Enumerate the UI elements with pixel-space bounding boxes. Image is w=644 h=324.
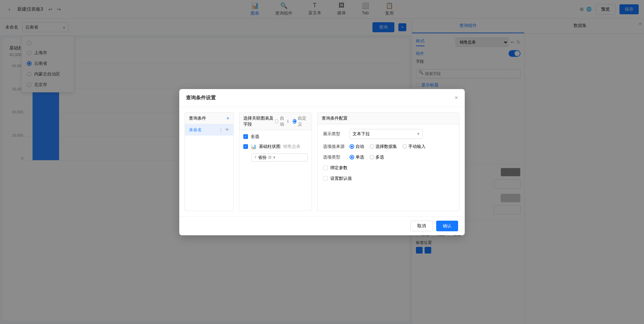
dataset-source-dot — [369, 144, 374, 149]
conditions-panel: 查询条件 + 未命名 ⋮ 👁 — [185, 112, 234, 211]
config-panel: 查询条件配置 展示类型 文本下拉 ▾ 选项值 — [317, 112, 459, 211]
auto-source-label: 自动 — [356, 144, 364, 150]
confirm-button[interactable]: 确认 — [436, 221, 458, 231]
auto-radio-option[interactable]: 自动 ℹ — [275, 115, 289, 127]
modal-header: 查询条件设置 × — [179, 89, 465, 107]
condition-item-label: 未命名 — [189, 127, 202, 133]
field-type-icon: T — [254, 156, 257, 160]
display-type-value: 文本下拉 — [353, 131, 370, 137]
auto-source-dot — [350, 144, 354, 149]
field-tag-label: 省份 — [258, 155, 267, 161]
single-label: 单选 — [356, 154, 364, 160]
all-check-icon — [243, 134, 248, 139]
chart-bar-icon: 📊 — [251, 144, 256, 149]
field-settings-icon[interactable]: ⚙ — [268, 155, 272, 160]
multi-select-radio[interactable]: 多选 — [369, 154, 384, 160]
custom-radio-dot — [293, 119, 297, 124]
chart-entry: 📊 基础柱状图 销售总表 — [243, 142, 308, 151]
display-type-row: 展示类型 文本下拉 ▾ — [323, 129, 454, 139]
select-fields-header: 选择关联图表及字段 自动 ℹ 自定义 — [239, 113, 312, 130]
chart-check-icon — [243, 144, 248, 149]
bind-param-label: 绑定参数 — [330, 165, 348, 171]
select-fields-label: 选择关联图表及字段 — [243, 115, 275, 127]
select-type-row: 选项类型 单选 多选 — [323, 154, 454, 160]
bind-param-cb — [323, 165, 328, 170]
set-default-cb — [323, 176, 328, 181]
modal-title: 查询条件设置 — [186, 95, 216, 101]
add-condition-button[interactable]: + — [226, 115, 229, 121]
single-select-radio[interactable]: 单选 — [350, 154, 364, 160]
select-all-checkbox[interactable]: 全选 — [243, 134, 308, 140]
display-type-label: 展示类型 — [323, 131, 350, 137]
modal-close-button[interactable]: × — [454, 94, 458, 101]
field-tag-province[interactable]: T 省份 ⚙ ▾ — [251, 154, 308, 162]
custom-radio-label: 自定义 — [298, 115, 308, 127]
value-source-row: 选项值来源 自动 选择数据集 — [323, 144, 454, 150]
manual-source-label: 手动输入 — [408, 144, 426, 150]
conditions-label: 查询条件 — [189, 115, 206, 121]
info-icon[interactable]: ℹ — [287, 119, 289, 124]
config-panel-body: 展示类型 文本下拉 ▾ 选项值来源 — [318, 124, 459, 191]
field-tag-container: T 省份 ⚙ ▾ — [251, 154, 308, 162]
conditions-header: 查询条件 + — [185, 113, 233, 124]
multi-label: 多选 — [375, 154, 384, 160]
auto-radio-dot — [275, 119, 279, 124]
select-all-label: 全选 — [251, 134, 259, 140]
multi-dot — [369, 155, 374, 160]
select-type-radios: 单选 多选 — [350, 154, 384, 160]
custom-radio-option[interactable]: 自定义 — [293, 115, 308, 127]
select-type-label: 选项类型 — [323, 154, 350, 160]
modal-dialog: 查询条件设置 × 查询条件 + 未命名 ⋮ 👁 — [179, 89, 465, 235]
dataset-source-label: 选择数据集 — [375, 144, 397, 150]
select-fields-body: 全选 📊 基础柱状图 销售总表 T 省份 ⚙ — [239, 130, 312, 165]
bind-param-checkbox[interactable]: 绑定参数 — [323, 165, 454, 171]
eye-icon[interactable]: 👁 — [225, 127, 229, 132]
cancel-button[interactable]: 取消 — [410, 221, 433, 231]
mode-radio-group: 自动 ℹ 自定义 — [275, 115, 308, 127]
chart-entry-table: 销售总表 — [283, 144, 300, 150]
modal-body: 查询条件 + 未命名 ⋮ 👁 选择关联图表及字段 — [179, 107, 465, 216]
display-type-select[interactable]: 文本下拉 ▾ — [350, 129, 423, 139]
config-panel-header: 查询条件配置 — [318, 113, 459, 124]
value-source-label: 选项值来源 — [323, 144, 350, 150]
select-fields-panel: 选择关联图表及字段 自动 ℹ 自定义 — [239, 112, 312, 211]
modal-footer: 取消 确认 — [179, 216, 465, 235]
manual-source-dot — [402, 144, 407, 149]
auto-radio-label: 自动 — [280, 115, 286, 127]
set-default-label: 设置默认值 — [330, 175, 352, 181]
dots-icon[interactable]: ⋮ — [219, 127, 223, 132]
set-default-checkbox[interactable]: 设置默认值 — [323, 175, 454, 181]
value-source-radios: 自动 选择数据集 手动输入 — [350, 144, 426, 150]
field-chevron-icon[interactable]: ▾ — [273, 155, 276, 160]
modal-overlay[interactable]: 查询条件设置 × 查询条件 + 未命名 ⋮ 👁 — [0, 0, 644, 324]
auto-source-radio[interactable]: 自动 — [350, 144, 364, 150]
dataset-source-radio[interactable]: 选择数据集 — [369, 144, 397, 150]
display-type-chevron: ▾ — [417, 131, 420, 136]
single-dot — [350, 155, 354, 160]
manual-source-radio[interactable]: 手动输入 — [402, 144, 426, 150]
condition-item-unnamed[interactable]: 未命名 ⋮ 👁 — [185, 124, 233, 136]
chart-entry-name: 基础柱状图 — [259, 144, 281, 150]
condition-item-icons: ⋮ 👁 — [219, 127, 229, 132]
display-type-control: 文本下拉 ▾ — [350, 129, 454, 139]
